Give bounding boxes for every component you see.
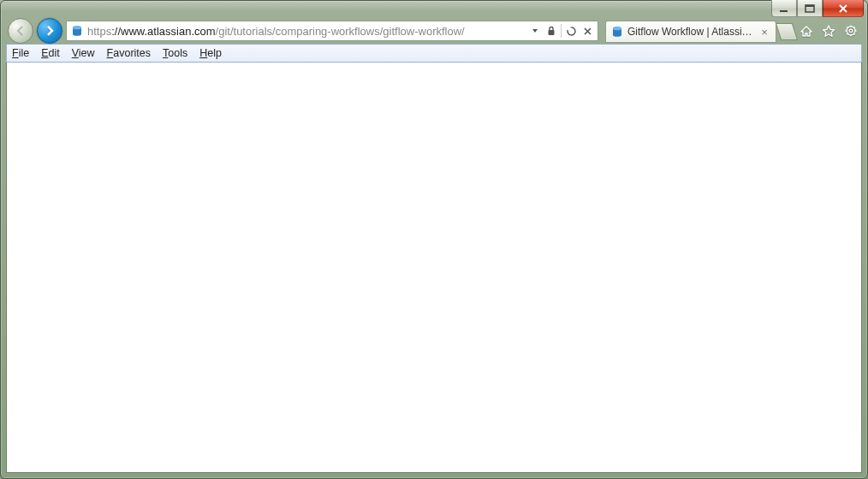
- back-button[interactable]: [8, 18, 33, 44]
- page-content: [6, 63, 862, 473]
- menu-favorites[interactable]: Favorites: [107, 47, 151, 59]
- svg-point-9: [849, 29, 853, 33]
- url-path: /git/tutorials/comparing-workflows/gitfl…: [216, 25, 465, 38]
- maximize-button[interactable]: [797, 0, 823, 17]
- url-protocol: https: [87, 25, 111, 38]
- svg-line-14: [847, 27, 847, 27]
- svg-rect-2: [806, 5, 814, 7]
- stop-icon[interactable]: [580, 24, 594, 38]
- tab-favicon-icon: [611, 26, 623, 38]
- tab-close-icon[interactable]: ×: [758, 26, 770, 38]
- url-text: https://www.atlassian.com/git/tutorials/…: [87, 25, 525, 38]
- forward-button[interactable]: [37, 18, 62, 44]
- close-button[interactable]: [823, 0, 864, 17]
- menu-file[interactable]: File: [12, 47, 29, 59]
- toolbar-right: [799, 23, 862, 39]
- address-controls: [528, 24, 596, 38]
- svg-line-16: [847, 34, 847, 35]
- tools-icon[interactable]: [843, 23, 859, 39]
- dropdown-icon[interactable]: [528, 24, 542, 38]
- svg-rect-5: [549, 30, 555, 35]
- site-favicon-icon: [70, 24, 84, 38]
- window-controls: [771, 0, 864, 17]
- svg-line-17: [854, 27, 855, 27]
- refresh-icon[interactable]: [564, 24, 578, 38]
- svg-point-7: [613, 27, 621, 30]
- address-bar[interactable]: https://www.atlassian.com/git/tutorials/…: [66, 21, 598, 41]
- tab-active[interactable]: Gitflow Workflow | Atlassia... ×: [605, 21, 776, 43]
- menu-help[interactable]: Help: [199, 47, 222, 59]
- menu-view[interactable]: View: [72, 47, 95, 59]
- menu-edit[interactable]: Edit: [41, 47, 60, 59]
- menu-tools[interactable]: Tools: [163, 47, 187, 59]
- minimize-button[interactable]: [771, 0, 797, 17]
- svg-line-15: [854, 34, 855, 35]
- new-tab-button[interactable]: [776, 23, 798, 40]
- home-icon[interactable]: [799, 23, 814, 39]
- lock-icon: [544, 24, 558, 38]
- favorites-icon[interactable]: [821, 23, 836, 39]
- navigation-bar: https://www.atlassian.com/git/tutorials/…: [1, 18, 867, 44]
- tab-strip: Gitflow Workflow | Atlassia... ×: [605, 19, 795, 43]
- tab-title: Gitflow Workflow | Atlassia...: [627, 26, 754, 38]
- browser-window: https://www.atlassian.com/git/tutorials/…: [0, 0, 868, 479]
- svg-rect-0: [780, 10, 788, 12]
- titlebar: [1, 1, 867, 18]
- menu-bar: File Edit View Favorites Tools Help: [6, 44, 862, 63]
- url-host: ://www.atlassian.com: [111, 25, 215, 38]
- svg-point-4: [73, 26, 81, 29]
